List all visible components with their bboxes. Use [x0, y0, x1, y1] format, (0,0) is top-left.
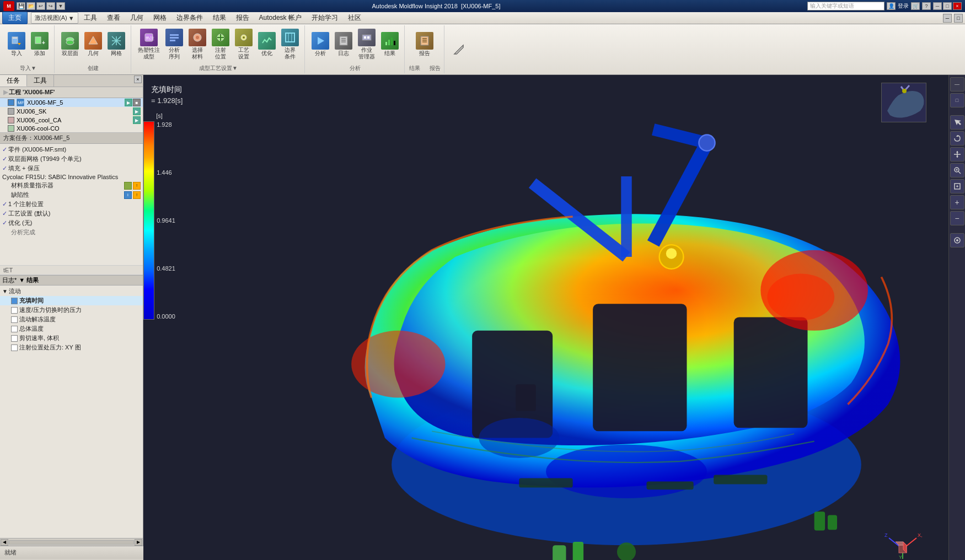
- process-settings-item[interactable]: ✓ 工艺设置 (默认): [0, 209, 143, 218]
- results-btn[interactable]: 结果: [379, 31, 401, 58]
- menu-home[interactable]: 主页: [2, 12, 28, 24]
- boundary-cond-btn[interactable]: 边界条件: [279, 28, 301, 61]
- viewport-close-btn[interactable]: —: [950, 77, 964, 91]
- pen-tool-btn[interactable]: [450, 41, 468, 58]
- more-btn[interactable]: ▼: [56, 2, 65, 10]
- log-btn[interactable]: 日志: [333, 31, 355, 58]
- svg-rect-3: [35, 37, 41, 44]
- menu-view[interactable]: 查看: [103, 12, 125, 24]
- svg-point-73: [902, 89, 907, 93]
- project-item-xu006coolca[interactable]: XU006_cool_CA ▶: [0, 116, 143, 125]
- minimize-btn[interactable]: ─: [933, 2, 942, 10]
- injection-btn[interactable]: 注射位置: [210, 28, 232, 61]
- svg-rect-38: [394, 41, 395, 45]
- svg-text:热注: 热注: [146, 36, 154, 41]
- svg-rect-49: [516, 384, 536, 411]
- shear-rate-item[interactable]: 剪切速率, 体积: [0, 333, 143, 343]
- viewport[interactable]: 充填时间 = 1.928[s] [s] 1.928 1.446 0.9641 0…: [143, 75, 948, 560]
- zoom-tool-btn[interactable]: [950, 163, 964, 177]
- job-manager-btn[interactable]: 作业管理器: [356, 28, 378, 61]
- svg-rect-65: [814, 511, 825, 530]
- login-btn[interactable]: 登录: [898, 2, 909, 10]
- log-label[interactable]: 日志*: [2, 276, 17, 284]
- bulk-temp-item[interactable]: 总体温度: [0, 324, 143, 333]
- fill-time-item[interactable]: 充填时间: [0, 296, 143, 305]
- analysis-seq-btn[interactable]: 分析序列: [163, 28, 185, 61]
- svg-text:+: +: [42, 40, 45, 46]
- tools-tab[interactable]: 工具: [27, 75, 54, 87]
- svg-text:Y: Y: [899, 554, 902, 560]
- project-item-xu006sk[interactable]: XU006_SK ▶: [0, 107, 143, 116]
- flow-frozen-item[interactable]: 流动解冻温度: [0, 315, 143, 324]
- material-item[interactable]: Cycolac FR15U: SABIC Innovative Plastics: [0, 173, 143, 181]
- redo-btn[interactable]: ↪: [46, 2, 55, 10]
- menu-learn[interactable]: 开始学习: [307, 12, 342, 24]
- material-quality-item[interactable]: 材料质量指示器 !: [0, 181, 143, 190]
- defect-item[interactable]: 缺陷性 i !: [0, 190, 143, 200]
- material-btn[interactable]: 选择材料: [186, 28, 208, 61]
- mesh-item[interactable]: ✓ 双层面网格 (T9949 个单元): [0, 154, 143, 164]
- fill-pack-item[interactable]: ✓ 填充 + 保压: [0, 164, 143, 173]
- menu-account[interactable]: Autodesk 帐户: [255, 12, 306, 24]
- menu-community[interactable]: 社区: [344, 12, 366, 24]
- vp-pressure-item[interactable]: 速度/压力切换时的压力: [0, 305, 143, 315]
- project-item-xu006mf5[interactable]: MF XU006-MF_5 ▶ ■: [0, 98, 143, 107]
- undo-btn[interactable]: ↩: [36, 2, 45, 10]
- viewport-expand-btn[interactable]: □: [950, 93, 964, 107]
- menu-report[interactable]: 报告: [232, 12, 254, 24]
- task-tab[interactable]: 任务: [0, 75, 27, 87]
- view-settings-btn[interactable]: [950, 233, 964, 247]
- mesh-btn[interactable]: 网格: [105, 31, 127, 58]
- zoom-extent-btn[interactable]: [950, 179, 964, 193]
- report-btn[interactable]: 报告: [414, 31, 436, 58]
- close-btn[interactable]: ×: [953, 2, 962, 10]
- h-scrollbar[interactable]: ◀ ▶: [0, 538, 143, 546]
- activate-view-dropdown[interactable]: 激活视图(A) ▼: [31, 12, 78, 24]
- menu-mesh[interactable]: 网格: [149, 12, 171, 24]
- flow-group[interactable]: ▼ 流动: [0, 287, 143, 296]
- user-icon[interactable]: 👤: [887, 2, 896, 10]
- optimize-item[interactable]: ✓ 优化 (无): [0, 218, 143, 228]
- part-item[interactable]: ✓ 零件 (XU006-MF.smt): [0, 145, 143, 154]
- zoom-in-btn[interactable]: +: [950, 195, 964, 209]
- rotate-tool-btn[interactable]: [950, 131, 964, 146]
- select-tool-btn[interactable]: [950, 115, 964, 130]
- restore-btn[interactable]: □: [943, 2, 952, 10]
- dual-layer-btn[interactable]: 双层面: [59, 31, 81, 58]
- svg-rect-48: [734, 317, 808, 428]
- cart-icon[interactable]: 🛒: [911, 2, 920, 10]
- import-btn[interactable]: 导入: [6, 31, 28, 58]
- injection-location-item[interactable]: ✓ 1 个注射位置: [0, 200, 143, 209]
- svg-text:MF: MF: [18, 100, 24, 105]
- menu-boundary[interactable]: 边界条件: [172, 12, 207, 24]
- thermal-btn[interactable]: 热注 热塑性注成型: [136, 28, 162, 61]
- analysis-complete-item[interactable]: 分析完成: [0, 228, 143, 237]
- pan-tool-btn[interactable]: [950, 147, 964, 161]
- status-ready: 就绪: [4, 548, 17, 557]
- svg-marker-86: [956, 151, 958, 153]
- window-min-btn[interactable]: ─: [943, 14, 952, 23]
- search-input[interactable]: 输入关键字或短语: [807, 2, 884, 10]
- add-btn[interactable]: + 添加: [29, 31, 51, 58]
- menu-tools[interactable]: 工具: [79, 12, 101, 24]
- optimize-btn[interactable]: 优化: [256, 31, 278, 58]
- process-settings-btn[interactable]: 工艺设置: [233, 28, 255, 61]
- toolbar: 导入 + 添加 导入▼ 双层面 几何: [0, 24, 965, 75]
- run-analysis-btn[interactable]: 分析: [309, 31, 331, 58]
- panel-close-btn[interactable]: ×: [134, 76, 142, 83]
- svg-rect-35: [385, 42, 387, 45]
- quick-save-btn[interactable]: 💾: [17, 2, 25, 10]
- panel-tabs: 任务 工具: [0, 75, 143, 87]
- svg-rect-24: [286, 33, 294, 42]
- window-restore-btn[interactable]: □: [954, 14, 963, 23]
- injection-pressure-item[interactable]: 注射位置处压力: XY 图: [0, 343, 143, 352]
- help-icon[interactable]: ?: [922, 2, 931, 10]
- zoom-out-btn[interactable]: −: [950, 211, 964, 225]
- svg-marker-2: [18, 43, 21, 45]
- project-item-xu006coolco[interactable]: XU006-cool-CO: [0, 125, 143, 132]
- menu-geometry[interactable]: 几何: [126, 12, 148, 24]
- menu-results[interactable]: 结果: [208, 12, 230, 24]
- geometry-btn[interactable]: 几何: [82, 31, 104, 58]
- results-label[interactable]: ▼ 结果: [19, 276, 39, 284]
- quick-open-btn[interactable]: 📂: [26, 2, 35, 10]
